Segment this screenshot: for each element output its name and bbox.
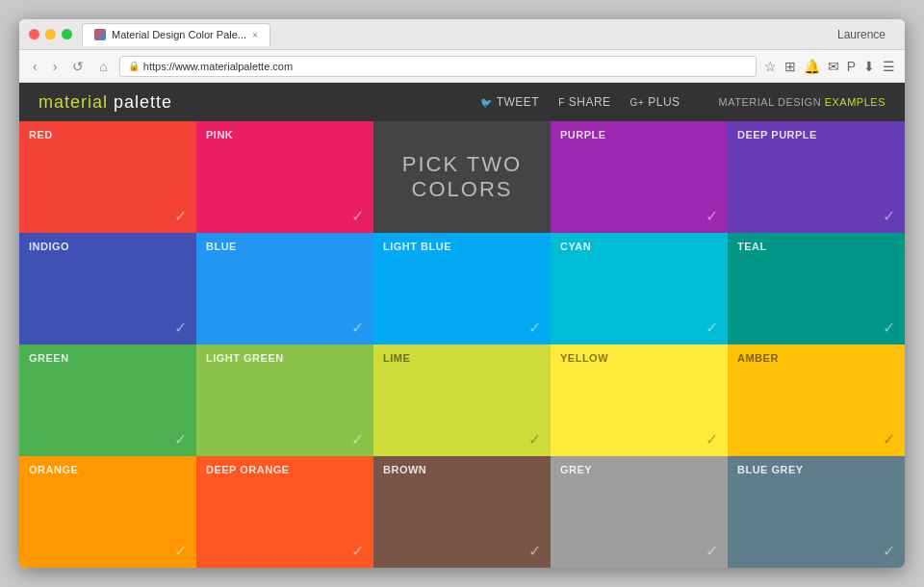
material-design-label: MATERIAL DESIGN (719, 96, 822, 108)
color-check-green: ✓ (174, 430, 187, 448)
layers-icon[interactable]: ⊞ (784, 59, 796, 74)
tweet-button[interactable]: 🐦 TWEET (480, 95, 539, 109)
color-check-blue: ✓ (351, 319, 364, 337)
address-bar: ‹ › ↺ ⌂ 🔒 https://www.materialpalette.co… (19, 50, 905, 83)
color-cell-blue-grey[interactable]: BLUE GREY✓ (728, 456, 905, 568)
color-name-pink: PINK (206, 129, 364, 140)
color-check-deep-purple: ✓ (883, 207, 895, 225)
logo-material: material (38, 92, 108, 112)
google-plus-icon: g+ (630, 97, 645, 108)
color-name-light-blue: LIGHT BLUE (383, 241, 541, 252)
twitter-icon: 🐦 (480, 97, 493, 108)
color-name-lime: LIME (383, 352, 541, 364)
color-grid: RED✓PINK✓PICK TWO COLORSPURPLE✓DEEP PURP… (19, 121, 905, 568)
star-icon[interactable]: ☆ (764, 59, 777, 74)
color-cell-green[interactable]: GREEN✓ (19, 345, 196, 456)
pick-two-overlay: PICK TWO COLORS (373, 121, 551, 233)
active-tab[interactable]: Material Design Color Pale... × (82, 23, 270, 46)
color-name-cyan: CYAN (560, 241, 718, 252)
color-cell-orange[interactable]: ORANGE✓ (19, 456, 196, 568)
color-name-purple: PURPLE (560, 129, 718, 140)
forward-button[interactable]: › (49, 57, 62, 76)
color-name-yellow: YELLOW (560, 352, 718, 364)
color-check-cyan: ✓ (706, 319, 718, 337)
color-check-deep-orange: ✓ (351, 542, 364, 560)
minimize-button[interactable] (45, 29, 56, 39)
color-name-deep-orange: DEEP ORANGE (206, 464, 364, 475)
refresh-button[interactable]: ↺ (68, 57, 88, 76)
notification-icon[interactable]: 🔔 (804, 59, 820, 74)
back-button[interactable]: ‹ (29, 57, 41, 76)
site-header: material palette 🐦 TWEET f SHARE g+ PLUS… (19, 83, 905, 121)
color-check-light-green: ✓ (351, 430, 364, 448)
color-check-red: ✓ (174, 207, 187, 225)
download-icon[interactable]: ⬇ (863, 59, 875, 74)
color-name-indigo: INDIGO (29, 241, 187, 252)
color-check-orange: ✓ (174, 542, 187, 560)
color-check-teal: ✓ (883, 319, 895, 337)
color-cell-grey[interactable]: GREY✓ (551, 456, 728, 568)
browser-window: Material Design Color Pale... × Laurence… (19, 19, 905, 568)
color-check-brown: ✓ (528, 542, 541, 560)
material-design-link[interactable]: MATERIAL DESIGN EXAMPLES (719, 96, 886, 108)
color-name-blue: BLUE (206, 241, 364, 252)
color-cell-deep-orange[interactable]: DEEP ORANGE✓ (196, 456, 373, 568)
color-cell-blue[interactable]: BLUE✓ (196, 233, 373, 345)
color-cell-deep-purple[interactable]: DEEP PURPLE✓ (728, 121, 905, 233)
logo-rest: palette (108, 92, 172, 112)
close-button[interactable] (29, 29, 39, 39)
color-name-green: GREEN (29, 352, 187, 364)
plus-button[interactable]: g+ PLUS (630, 95, 680, 109)
color-cell-cyan[interactable]: CYAN✓ (551, 233, 728, 345)
mail-icon[interactable]: ✉ (828, 59, 839, 74)
facebook-icon: f (558, 97, 565, 108)
color-cell-indigo[interactable]: INDIGO✓ (19, 233, 196, 345)
lock-icon: 🔒 (128, 61, 140, 71)
color-check-amber: ✓ (883, 430, 895, 448)
pinterest-icon[interactable]: P (847, 59, 856, 74)
color-cell-teal[interactable]: TEAL✓ (728, 233, 905, 345)
color-cell-pink[interactable]: PINK✓ (196, 121, 373, 233)
color-cell-light-blue[interactable]: LIGHT BLUE✓ (373, 233, 551, 345)
color-check-indigo: ✓ (174, 319, 187, 337)
tab-label: Material Design Color Pale... (112, 29, 246, 40)
title-bar: Material Design Color Pale... × Laurence (19, 19, 905, 50)
site-logo: material palette (38, 92, 172, 113)
tab-favicon (94, 29, 106, 40)
maximize-button[interactable] (62, 29, 72, 39)
color-name-amber: AMBER (737, 352, 895, 364)
share-label: SHARE (569, 95, 611, 109)
url-bar[interactable]: 🔒 https://www.materialpalette.com (119, 56, 757, 77)
color-name-deep-purple: DEEP PURPLE (737, 129, 895, 140)
url-text: https://www.materialpalette.com (143, 61, 293, 72)
color-cell-yellow[interactable]: YELLOW✓ (551, 345, 728, 456)
plus-label: PLUS (648, 95, 680, 109)
site-nav: 🐦 TWEET f SHARE g+ PLUS MATERIAL DESIGN … (480, 95, 886, 109)
tweet-label: TWEET (497, 95, 540, 109)
color-cell-brown[interactable]: BROWN✓ (373, 456, 551, 568)
home-button[interactable]: ⌂ (95, 57, 111, 76)
color-check-purple: ✓ (706, 207, 718, 225)
color-name-blue-grey: BLUE GREY (737, 464, 895, 475)
color-name-teal: TEAL (737, 241, 895, 252)
color-cell-lime[interactable]: LIME✓ (373, 345, 551, 456)
tab-close-icon[interactable]: × (252, 30, 258, 40)
window-controls (29, 29, 72, 39)
color-check-yellow: ✓ (706, 430, 718, 448)
color-name-red: RED (29, 129, 187, 140)
color-check-grey: ✓ (706, 542, 718, 560)
color-cell-purple[interactable]: PURPLE✓ (551, 121, 728, 233)
color-check-blue-grey: ✓ (883, 542, 895, 560)
color-cell-red[interactable]: RED✓ (19, 121, 196, 233)
page-content: material palette 🐦 TWEET f SHARE g+ PLUS… (19, 83, 905, 568)
color-cell-amber[interactable]: AMBER✓ (728, 345, 905, 456)
color-check-pink: ✓ (351, 207, 364, 225)
color-cell-light-green[interactable]: LIGHT GREEN✓ (196, 345, 373, 456)
share-button[interactable]: f SHARE (558, 95, 610, 109)
toolbar-icons: ☆ ⊞ 🔔 ✉ P ⬇ ☰ (764, 59, 895, 74)
tab-bar: Material Design Color Pale... × (82, 23, 837, 46)
pick-two-text: PICK TWO COLORS (383, 152, 541, 202)
color-name-grey: GREY (560, 464, 718, 475)
color-name-light-green: LIGHT GREEN (206, 352, 364, 364)
menu-icon[interactable]: ☰ (883, 59, 895, 74)
